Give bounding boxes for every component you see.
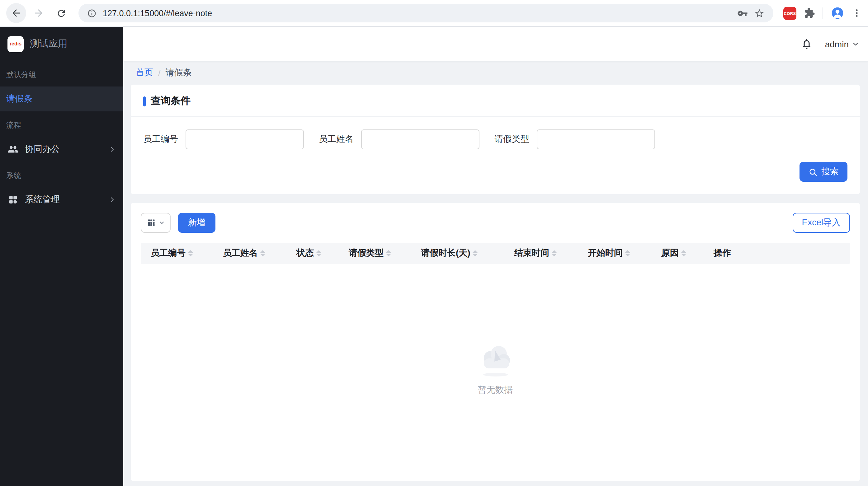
username-text: admin (825, 39, 849, 49)
app-window: redis 测试应用 默认分组 请假条 流程 协同办公 系统 (0, 27, 868, 486)
browser-reload-button[interactable] (51, 3, 71, 23)
sort-carets-icon (625, 250, 630, 256)
column-header-reason[interactable]: 原因 (654, 243, 706, 264)
employee-name-label: 员工姓名 (319, 134, 354, 145)
bookmark-star-icon[interactable] (754, 8, 765, 19)
query-form: 员工编号 员工姓名 请假类型 (143, 129, 847, 149)
caret-down-icon (158, 220, 165, 226)
breadcrumb-separator: / (158, 68, 161, 78)
sidebar-group-flow: 流程 (0, 111, 123, 137)
sort-carets-icon (260, 250, 265, 256)
notification-bell-icon[interactable] (801, 38, 813, 50)
empty-text: 暂无数据 (478, 385, 513, 396)
sidebar-item-label: 系统管理 (25, 194, 60, 205)
cors-extension-icon[interactable]: CORS (783, 6, 796, 20)
column-header-start-time[interactable]: 开始时间 (580, 243, 654, 264)
sidebar: redis 测试应用 默认分组 请假条 流程 协同办公 系统 (0, 27, 123, 486)
user-menu[interactable]: admin (825, 39, 859, 49)
app-title: 测试应用 (30, 38, 67, 50)
page-content: 首页 / 请假条 查询条件 员工编号 (123, 61, 868, 486)
chevron-right-icon (108, 145, 116, 153)
query-card: 查询条件 员工编号 员工姓名 请假类型 (131, 85, 860, 194)
table-card: 新增 Excel导入 员工编号 员工姓名 (131, 203, 860, 481)
app-logo-row[interactable]: redis 测试应用 (0, 27, 123, 61)
url-text: 127.0.0.1:15000/#/leave-note (103, 8, 212, 18)
sidebar-item-collaboration[interactable]: 协同办公 (0, 137, 123, 162)
column-label: 员工编号 (151, 248, 186, 259)
table-toolbar: 新增 Excel导入 (141, 213, 850, 233)
table-empty-state: 暂无数据 (141, 264, 850, 481)
grid-icon (147, 219, 155, 227)
leave-type-label: 请假类型 (494, 134, 529, 145)
browser-back-button[interactable] (6, 3, 26, 23)
add-button[interactable]: 新增 (178, 213, 215, 233)
column-label: 原因 (661, 248, 679, 259)
search-button-label: 搜索 (821, 166, 839, 177)
browser-forward-button[interactable] (29, 3, 49, 23)
breadcrumb-home-link[interactable]: 首页 (136, 67, 153, 78)
browser-toolbar: 127.0.0.1:15000/#/leave-note CORS (0, 0, 868, 27)
empty-illustration (475, 345, 516, 377)
chevron-right-icon (108, 196, 116, 203)
form-item-employee-name: 员工姓名 (319, 129, 479, 149)
column-label: 结束时间 (514, 248, 549, 259)
profile-avatar-icon[interactable] (831, 6, 844, 20)
breadcrumb-current: 请假条 (166, 67, 192, 78)
address-bar[interactable]: 127.0.0.1:15000/#/leave-note (79, 4, 773, 23)
reload-icon (56, 8, 66, 19)
column-header-duration[interactable]: 请假时长(天) (413, 243, 507, 264)
column-header-employee-no[interactable]: 员工编号 (141, 243, 215, 264)
title-accent-bar (143, 96, 146, 106)
chevron-down-icon (852, 40, 859, 47)
leave-type-input[interactable] (537, 129, 655, 149)
search-button[interactable]: 搜索 (800, 162, 847, 182)
sidebar-group-system: 系统 (0, 162, 123, 187)
table-header-row: 员工编号 员工姓名 状态 请假类型 (141, 243, 850, 264)
excel-import-button[interactable]: Excel导入 (793, 213, 850, 233)
extensions-puzzle-icon[interactable] (804, 7, 815, 19)
screenshot-root: 127.0.0.1:15000/#/leave-note CORS (0, 0, 868, 486)
breadcrumb: 首页 / 请假条 (131, 61, 860, 85)
search-row: 搜索 (143, 162, 847, 182)
sort-carets-icon (473, 250, 478, 256)
browser-right-controls: CORS (783, 6, 862, 20)
logo-mark-text: redis (10, 41, 22, 47)
query-title-text: 查询条件 (151, 95, 190, 108)
search-icon (808, 167, 817, 176)
site-info-icon[interactable] (87, 8, 96, 18)
sort-carets-icon (188, 250, 193, 256)
column-label: 操作 (714, 248, 731, 259)
browser-menu-icon[interactable] (852, 8, 862, 18)
employee-no-input[interactable] (186, 129, 304, 149)
sort-carets-icon (316, 250, 321, 256)
column-label: 状态 (297, 248, 314, 259)
form-item-employee-no: 员工编号 (143, 129, 304, 149)
toolbar-divider (823, 7, 823, 19)
column-settings-dropdown[interactable] (141, 213, 170, 233)
forward-arrow-icon (33, 7, 44, 19)
column-header-status[interactable]: 状态 (289, 243, 341, 264)
back-arrow-icon (10, 7, 22, 19)
query-card-title: 查询条件 (143, 95, 847, 108)
app-logo: redis (7, 36, 24, 52)
sort-carets-icon (386, 250, 391, 256)
employee-name-input[interactable] (361, 129, 479, 149)
sort-carets-icon (552, 250, 557, 256)
sidebar-item-system-management[interactable]: 系统管理 (0, 187, 123, 212)
main-area: admin 首页 / 请假条 查询条件 (123, 27, 868, 486)
column-label: 开始时间 (588, 248, 623, 259)
password-key-icon[interactable] (737, 8, 748, 19)
sidebar-item-leave-note[interactable]: 请假条 (0, 87, 123, 111)
column-label: 请假时长(天) (421, 248, 470, 259)
column-label: 员工姓名 (223, 248, 258, 259)
card-divider (131, 117, 860, 117)
employee-no-label: 员工编号 (143, 134, 178, 145)
sidebar-item-label: 请假条 (6, 93, 32, 104)
apps-grid-icon (7, 194, 19, 205)
column-label: 请假类型 (349, 248, 383, 259)
column-header-leave-type[interactable]: 请假类型 (341, 243, 413, 264)
form-item-leave-type: 请假类型 (494, 129, 655, 149)
team-icon (7, 144, 19, 155)
column-header-end-time[interactable]: 结束时间 (507, 243, 580, 264)
column-header-employee-name[interactable]: 员工姓名 (215, 243, 289, 264)
